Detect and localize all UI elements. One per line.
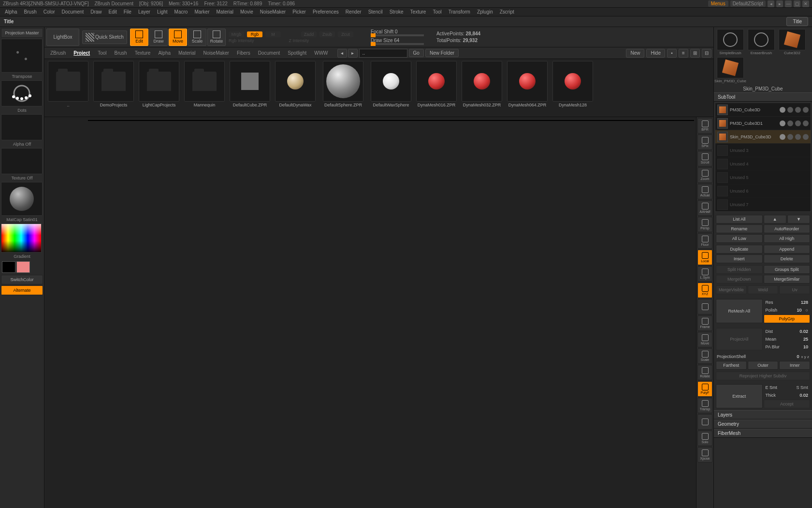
- fibermesh-header[interactable]: FiberMesh: [714, 429, 812, 438]
- project-all-button[interactable]: ProjectAll: [716, 328, 763, 350]
- subtool-mode-icon[interactable]: [787, 120, 793, 126]
- quick-sketch-button[interactable]: Quick Sketch: [82, 30, 127, 44]
- rail-zoom[interactable]: Zoom: [697, 167, 712, 183]
- switch-color-button[interactable]: SwitchColor: [1, 275, 43, 284]
- thumb-item[interactable]: DynaMesh064.ZPR: [506, 61, 549, 115]
- arrow-up-icon[interactable]: ▲: [764, 215, 786, 224]
- new-folder-button[interactable]: New Folder: [425, 49, 459, 57]
- menu-color[interactable]: Color: [41, 8, 58, 15]
- subtool-row[interactable]: PM3D_Cube3D1: [715, 117, 811, 130]
- menu-stencil[interactable]: Stencil: [365, 8, 386, 15]
- path-field[interactable]: ..: [359, 49, 407, 58]
- thumb-item[interactable]: DynaMesh032.ZPR: [460, 61, 504, 115]
- farthest-button[interactable]: Farthest: [716, 361, 747, 370]
- tool-thumb[interactable]: SimpleBrush: [716, 29, 745, 55]
- zsub-toggle[interactable]: Zsub: [319, 31, 335, 37]
- rail-floor[interactable]: Floor: [697, 233, 712, 249]
- view-1-icon[interactable]: ▪: [667, 49, 677, 58]
- weld-button[interactable]: Weld: [748, 285, 779, 294]
- subtool-mode-icon[interactable]: [795, 134, 801, 140]
- max-icon[interactable]: ▢: [794, 0, 800, 7]
- thumb-item[interactable]: DynaMesh128: [551, 61, 594, 115]
- eye-icon[interactable]: [780, 107, 785, 113]
- tab-alpha[interactable]: Alpha: [154, 49, 174, 57]
- thumb-item[interactable]: DynaMesh016.ZPR: [415, 61, 458, 115]
- texture-thumb[interactable]: [1, 148, 43, 174]
- edit-button[interactable]: Edit: [130, 29, 148, 46]
- accept-button[interactable]: Accept: [764, 400, 811, 408]
- outer-button[interactable]: Outer: [748, 361, 779, 370]
- go-button[interactable]: Go: [409, 49, 424, 57]
- menu-brush[interactable]: Brush: [21, 8, 40, 15]
- thumb-item[interactable]: DefaultCube.ZPR: [228, 61, 272, 115]
- subtool-mode-icon[interactable]: [803, 120, 809, 126]
- rail-xpose[interactable]: Xpose: [697, 447, 712, 463]
- delete-button[interactable]: Delete: [764, 254, 811, 263]
- stroke-thumb[interactable]: [1, 80, 43, 106]
- subtool-mode-icon[interactable]: [803, 107, 809, 113]
- mrgb-toggle[interactable]: Mrgb: [229, 31, 244, 37]
- rotate-button[interactable]: Rotate: [207, 29, 226, 46]
- collapse-right-icon[interactable]: ▸: [776, 0, 783, 7]
- thumb-item[interactable]: Mannequin: [183, 61, 226, 115]
- zadd-toggle[interactable]: Zadd: [301, 31, 317, 37]
- menu-file[interactable]: File: [121, 8, 134, 15]
- subtool-row[interactable]: Unused 7: [715, 198, 811, 211]
- menu-material[interactable]: Material: [214, 8, 237, 15]
- subtool-row[interactable]: Unused 3: [715, 144, 811, 157]
- eye-icon[interactable]: [780, 120, 785, 126]
- rail-spix[interactable]: SPix: [697, 134, 712, 150]
- reproject-button[interactable]: Reproject Higher Subdiv: [716, 372, 810, 380]
- lightbox-button[interactable]: LightBox: [46, 29, 79, 46]
- geometry-header[interactable]: Geometry: [714, 419, 812, 429]
- subtool-mode-icon[interactable]: [795, 120, 801, 126]
- rail-rotate[interactable]: Rotate: [697, 365, 712, 380]
- collapse-left-icon[interactable]: ◂: [768, 0, 774, 7]
- thumb-item[interactable]: DefaultSphere.ZPR: [319, 61, 367, 115]
- title-button[interactable]: Title: [786, 17, 808, 26]
- rail-move[interactable]: Move: [697, 332, 712, 347]
- rail-polyf[interactable]: PolyF: [697, 381, 712, 397]
- rail-xyz[interactable]: XYZ: [697, 283, 712, 298]
- menus-button[interactable]: Menus: [708, 0, 728, 7]
- subtool-row[interactable]: Unused 4: [715, 157, 811, 171]
- menu-zplugin[interactable]: Zplugin: [474, 8, 496, 15]
- merge-visible-button[interactable]: MergeVisible: [716, 285, 747, 294]
- move-button[interactable]: Move: [169, 29, 187, 46]
- subtool-row[interactable]: Unused 5: [715, 171, 811, 184]
- tool-thumb[interactable]: Cube3D2: [778, 29, 807, 55]
- nav-back-icon[interactable]: ◂: [337, 49, 347, 58]
- viewport[interactable]: Boolean Operations used with Colour + Ma…: [88, 120, 694, 121]
- swatch-alt[interactable]: [16, 261, 30, 273]
- menu-noisemaker[interactable]: NoiseMaker: [257, 8, 289, 15]
- alpha-thumb[interactable]: [1, 114, 43, 140]
- all-low-button[interactable]: All Low: [716, 234, 763, 243]
- hide-button[interactable]: Hide: [646, 49, 665, 58]
- menu-tool[interactable]: Tool: [430, 8, 444, 15]
- thumb-item[interactable]: DefaultDynaWax: [274, 61, 317, 115]
- autoreorder-button[interactable]: AutoReorder: [764, 224, 811, 233]
- menu-light[interactable]: Light: [154, 8, 171, 15]
- rail-persp[interactable]: Persp: [697, 217, 712, 232]
- tab-spotlight[interactable]: Spotlight: [284, 49, 310, 57]
- menu-alpha[interactable]: Alpha: [2, 8, 20, 15]
- menu-layer[interactable]: Layer: [135, 8, 153, 15]
- insert-button[interactable]: Insert: [716, 254, 763, 263]
- thumb-item[interactable]: ..: [46, 61, 90, 115]
- projection-master-button[interactable]: Projection Master: [1, 28, 43, 38]
- subtool-mode-icon[interactable]: [787, 107, 793, 113]
- drawsize-slider[interactable]: [371, 43, 424, 45]
- uv-button[interactable]: Uv: [779, 285, 810, 294]
- subtool-mode-icon[interactable]: [787, 134, 793, 140]
- all-high-button[interactable]: All High: [764, 234, 811, 243]
- rail-bpr[interactable]: BPR: [697, 118, 712, 134]
- menu-movie[interactable]: Movie: [237, 8, 256, 15]
- polygrp-button[interactable]: PolyGrp: [764, 314, 811, 323]
- rail-frame[interactable]: Frame: [697, 315, 712, 331]
- menu-marker[interactable]: Marker: [191, 8, 212, 15]
- merge-similar-button[interactable]: MergeSimilar: [764, 275, 811, 284]
- menu-render[interactable]: Render: [343, 8, 364, 15]
- tab-noisemaker[interactable]: NoiseMaker: [200, 49, 233, 57]
- rail-transp[interactable]: Transp: [697, 398, 712, 413]
- alternate-button[interactable]: Alternate: [1, 285, 43, 295]
